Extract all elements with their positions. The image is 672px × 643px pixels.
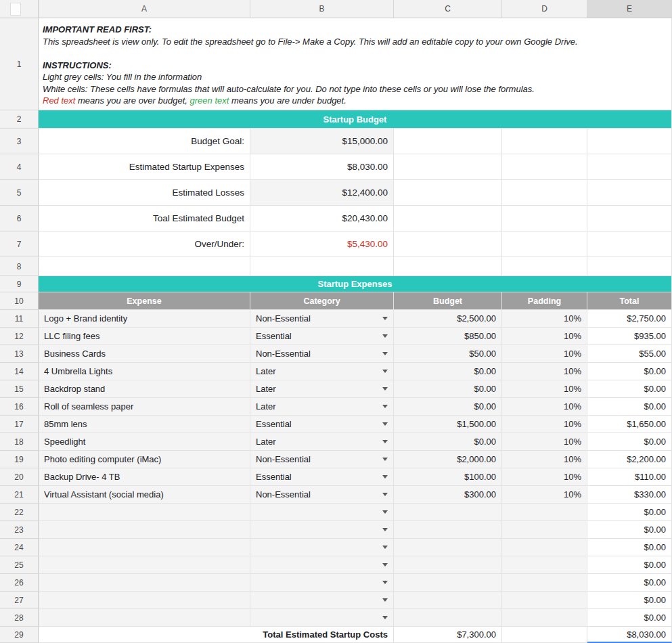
total-cell[interactable]: $2,200.00 [587, 451, 672, 468]
padding-cell[interactable]: 10% [502, 328, 587, 345]
total-cell[interactable]: $55.00 [587, 345, 672, 363]
row-header-1[interactable]: 1 [0, 18, 39, 110]
empty-cell[interactable] [502, 231, 587, 257]
total-cell[interactable]: $330.00 [587, 486, 672, 504]
expense-name-cell[interactable] [39, 521, 250, 539]
column-header-e[interactable]: E [587, 0, 672, 18]
row-header-21[interactable]: 21 [0, 486, 39, 504]
expense-name-cell[interactable]: Backup Drive- 4 TB [39, 468, 250, 486]
expense-name-cell[interactable]: Speedlight [39, 433, 250, 451]
select-all-corner[interactable] [0, 0, 39, 18]
empty-cell[interactable] [502, 627, 587, 643]
category-cell[interactable]: Non-Essential [250, 451, 394, 468]
total-cell[interactable]: $0.00 [587, 609, 672, 627]
budget-cell[interactable] [394, 609, 502, 627]
expenses-header-total[interactable]: Total [587, 292, 672, 310]
expenses-header-expense[interactable]: Expense [39, 292, 250, 310]
total-estimated-budget-label[interactable]: Toal Estimated Budget [39, 206, 250, 231]
empty-cell[interactable] [587, 206, 672, 231]
expense-name-cell[interactable] [39, 574, 250, 592]
total-cell[interactable]: $110.00 [587, 468, 672, 486]
total-cell[interactable]: $0.00 [587, 556, 672, 574]
empty-cell[interactable] [394, 154, 502, 180]
category-cell[interactable]: Non-Essential [250, 345, 394, 363]
row-header-12[interactable]: 12 [0, 328, 39, 345]
category-cell[interactable]: Essential [250, 468, 394, 486]
estimated-startup-expenses-label[interactable]: Estimated Startup Expenses [39, 154, 250, 180]
expense-name-cell[interactable] [39, 592, 250, 609]
total-cell[interactable]: $0.00 [587, 574, 672, 592]
row-header-19[interactable]: 19 [0, 451, 39, 468]
dropdown-arrow-icon[interactable] [382, 440, 388, 443]
budget-cell[interactable]: $850.00 [394, 328, 502, 345]
dropdown-arrow-icon[interactable] [382, 317, 388, 320]
total-costs-label[interactable]: Total Estimated Startup Costs [39, 627, 394, 643]
padding-cell[interactable] [502, 521, 587, 539]
padding-cell[interactable]: 10% [502, 398, 587, 416]
dropdown-arrow-icon[interactable] [382, 370, 388, 373]
dropdown-arrow-icon[interactable] [382, 528, 388, 531]
empty-cell[interactable] [394, 206, 502, 231]
padding-cell[interactable]: 10% [502, 310, 587, 328]
empty-cell[interactable] [250, 257, 394, 276]
row-header-13[interactable]: 13 [0, 345, 39, 363]
total-cell[interactable]: $0.00 [587, 504, 672, 521]
expense-name-cell[interactable] [39, 539, 250, 556]
empty-cell[interactable] [502, 154, 587, 180]
padding-cell[interactable]: 10% [502, 380, 587, 398]
dropdown-arrow-icon[interactable] [382, 475, 388, 479]
dropdown-arrow-icon[interactable] [382, 458, 388, 461]
budget-cell[interactable]: $0.00 [394, 380, 502, 398]
row-header-9[interactable]: 9 [0, 276, 39, 292]
padding-cell[interactable]: 10% [502, 486, 587, 504]
row-header-26[interactable]: 26 [0, 574, 39, 592]
empty-cell[interactable] [587, 257, 672, 276]
row-header-24[interactable]: 24 [0, 539, 39, 556]
expense-name-cell[interactable]: Business Cards [39, 345, 250, 363]
row-header-20[interactable]: 20 [0, 468, 39, 486]
expense-name-cell[interactable]: Photo editing computer (iMac) [39, 451, 250, 468]
category-cell[interactable]: Essential [250, 416, 394, 433]
total-cell[interactable]: $0.00 [587, 380, 672, 398]
category-cell[interactable]: Later [250, 433, 394, 451]
budget-cell[interactable]: $0.00 [394, 433, 502, 451]
empty-cell[interactable] [587, 180, 672, 206]
category-cell[interactable]: Essential [250, 328, 394, 345]
padding-cell[interactable]: 10% [502, 345, 587, 363]
category-cell[interactable] [250, 609, 394, 627]
empty-cell[interactable] [587, 154, 672, 180]
row-header-11[interactable]: 11 [0, 310, 39, 328]
dropdown-arrow-icon[interactable] [382, 616, 388, 619]
expense-name-cell[interactable]: 85mm lens [39, 416, 250, 433]
category-cell[interactable]: Later [250, 380, 394, 398]
padding-cell[interactable] [502, 504, 587, 521]
empty-cell[interactable] [502, 129, 587, 154]
budget-goal-value[interactable]: $15,000.00 [250, 129, 394, 154]
total-cell[interactable]: $935.00 [587, 328, 672, 345]
empty-cell[interactable] [394, 231, 502, 257]
budget-title-cell[interactable]: Startup Budget [39, 110, 672, 129]
budget-cell[interactable] [394, 592, 502, 609]
total-cell[interactable]: $0.00 [587, 521, 672, 539]
row-header-28[interactable]: 28 [0, 609, 39, 627]
row-header-4[interactable]: 4 [0, 154, 39, 180]
budget-cell[interactable]: $0.00 [394, 398, 502, 416]
estimated-losses-value[interactable]: $12,400.00 [250, 180, 394, 206]
expenses-title-cell[interactable]: Startup Expenses [39, 276, 672, 292]
empty-cell[interactable] [394, 257, 502, 276]
empty-cell[interactable] [394, 129, 502, 154]
total-cell[interactable]: $2,750.00 [587, 310, 672, 328]
category-cell[interactable] [250, 556, 394, 574]
budget-cell[interactable]: $1,500.00 [394, 416, 502, 433]
row-header-5[interactable]: 5 [0, 180, 39, 206]
budget-goal-label[interactable]: Budget Goal: [39, 129, 250, 154]
row-header-6[interactable]: 6 [0, 206, 39, 231]
row-header-27[interactable]: 27 [0, 592, 39, 609]
budget-cell[interactable]: $300.00 [394, 486, 502, 504]
padding-cell[interactable]: 10% [502, 451, 587, 468]
category-cell[interactable]: Non-Essential [250, 486, 394, 504]
row-header-14[interactable]: 14 [0, 363, 39, 380]
total-cell[interactable]: $1,650.00 [587, 416, 672, 433]
padding-cell[interactable] [502, 609, 587, 627]
padding-cell[interactable] [502, 556, 587, 574]
